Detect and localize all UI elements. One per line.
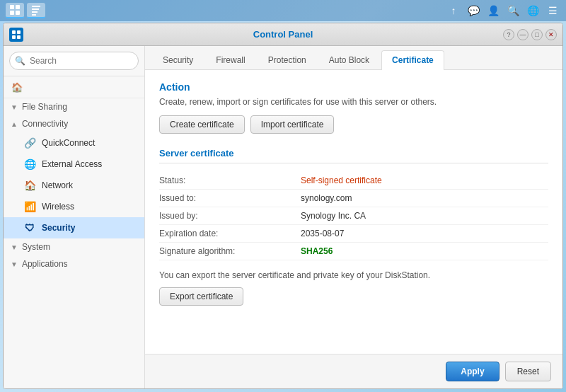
window-logo bbox=[9, 28, 23, 42]
network-icon: 🏠 bbox=[23, 179, 36, 192]
taskbar-right: ↑ 💬 👤 🔍 🌐 ☰ bbox=[446, 3, 560, 18]
svg-rect-1 bbox=[16, 5, 20, 9]
window-body: 🔍 🏠 ▼ File Sharing ▲ Connectivity bbox=[4, 46, 562, 388]
sidebar-item-label-wireless: Wireless bbox=[42, 202, 74, 212]
chat-icon[interactable]: 💬 bbox=[466, 3, 481, 18]
home-icon: 🏠 bbox=[11, 81, 23, 93]
tab-security[interactable]: Security bbox=[152, 50, 204, 69]
svg-rect-10 bbox=[12, 35, 16, 39]
reset-button[interactable]: Reset bbox=[505, 362, 551, 381]
svg-rect-4 bbox=[32, 6, 40, 7]
info-row-signature: Signature algorithm: SHA256 bbox=[159, 243, 548, 260]
expiration-label: Expiration date: bbox=[159, 229, 301, 238]
search-icon[interactable]: 🔍 bbox=[505, 3, 521, 18]
svg-rect-5 bbox=[32, 8, 39, 10]
server-certificate-title: Server certificate bbox=[159, 148, 548, 163]
signature-value: SHA256 bbox=[301, 246, 333, 256]
signature-label: Signature algorithm: bbox=[159, 246, 301, 256]
sidebar-home-item[interactable]: 🏠 bbox=[4, 76, 144, 98]
search-icon: 🔍 bbox=[15, 56, 25, 66]
export-note: You can export the server certificate an… bbox=[159, 270, 548, 280]
sidebar-item-label-external-access: External Access bbox=[42, 159, 102, 169]
import-certificate-button[interactable]: Import certificate bbox=[250, 115, 335, 134]
chevron-down-icon-apps: ▼ bbox=[11, 260, 18, 268]
tab-certificate[interactable]: Certificate bbox=[381, 50, 444, 70]
content-area: Action Create, renew, import or sign cer… bbox=[145, 70, 562, 354]
sidebar-item-security[interactable]: 🛡 Security bbox=[4, 217, 144, 238]
person-icon[interactable]: 👤 bbox=[485, 3, 501, 18]
quickconnect-icon: 🔗 bbox=[23, 137, 36, 149]
svg-rect-2 bbox=[10, 11, 14, 15]
sidebar-item-network[interactable]: 🏠 Network bbox=[4, 175, 144, 196]
sidebar-section-applications: ▼ Applications bbox=[4, 255, 144, 272]
action-buttons: Create certificate Import certificate bbox=[159, 115, 548, 134]
create-certificate-button[interactable]: Create certificate bbox=[159, 115, 245, 134]
sidebar-section-file-sharing: ▼ File Sharing bbox=[4, 98, 144, 115]
sidebar-item-label-security: Security bbox=[42, 223, 75, 233]
footer: Apply Reset bbox=[145, 354, 562, 388]
title-bar-controls: ? — □ ✕ bbox=[503, 29, 557, 40]
sidebar-item-quickconnect[interactable]: 🔗 QuickConnect bbox=[4, 132, 144, 154]
sidebar-section-connectivity: ▲ Connectivity 🔗 QuickConnect 🌐 External… bbox=[4, 115, 144, 238]
sidebar-section-header-connectivity[interactable]: ▲ Connectivity bbox=[4, 115, 144, 132]
globe-icon[interactable]: 🌐 bbox=[525, 3, 541, 18]
info-row-issued-by: Issued by: Synology Inc. CA bbox=[159, 207, 548, 225]
sidebar-section-label-file-sharing: File Sharing bbox=[22, 102, 67, 112]
external-access-icon: 🌐 bbox=[23, 158, 36, 171]
search-input[interactable] bbox=[9, 52, 139, 70]
help-button[interactable]: ? bbox=[503, 29, 514, 40]
taskbar-app-icon-2[interactable] bbox=[27, 3, 45, 18]
apply-button[interactable]: Apply bbox=[446, 362, 499, 381]
certificate-info-table: Status: Self-signed certificate Issued t… bbox=[159, 172, 548, 260]
tab-bar: Security Firewall Protection Auto Block … bbox=[145, 46, 562, 70]
main-content: Security Firewall Protection Auto Block … bbox=[145, 46, 562, 388]
control-panel-window: Control Panel ? — □ ✕ 🔍 🏠 bbox=[3, 23, 563, 389]
info-row-issued-to: Issued to: synology.com bbox=[159, 190, 548, 207]
sidebar-section-label-applications: Applications bbox=[22, 259, 68, 269]
svg-rect-3 bbox=[16, 11, 20, 15]
svg-rect-7 bbox=[32, 14, 36, 16]
sidebar: 🔍 🏠 ▼ File Sharing ▲ Connectivity bbox=[4, 46, 145, 388]
title-bar: Control Panel ? — □ ✕ bbox=[4, 23, 562, 46]
issued-to-value: synology.com bbox=[301, 193, 352, 203]
taskbar-left bbox=[6, 3, 45, 18]
sidebar-section-label-system: System bbox=[22, 242, 50, 252]
svg-rect-8 bbox=[12, 30, 16, 34]
upload-icon[interactable]: ↑ bbox=[446, 3, 461, 18]
security-icon: 🛡 bbox=[23, 221, 36, 234]
tab-firewall[interactable]: Firewall bbox=[205, 50, 255, 69]
action-title: Action bbox=[159, 81, 548, 93]
minimize-button[interactable]: — bbox=[517, 29, 529, 40]
taskbar: ↑ 💬 👤 🔍 🌐 ☰ bbox=[0, 0, 566, 21]
close-button[interactable]: ✕ bbox=[545, 29, 557, 40]
menu-icon[interactable]: ☰ bbox=[545, 3, 560, 18]
issued-by-value: Synology Inc. CA bbox=[301, 211, 366, 221]
sidebar-section-header-applications[interactable]: ▼ Applications bbox=[4, 255, 144, 272]
window-title: Control Panel bbox=[253, 29, 313, 40]
export-certificate-button[interactable]: Export certificate bbox=[159, 287, 243, 306]
sidebar-section-system: ▼ System bbox=[4, 238, 144, 255]
expiration-value: 2035-08-07 bbox=[301, 229, 344, 238]
svg-rect-9 bbox=[17, 30, 21, 34]
sidebar-section-header-system[interactable]: ▼ System bbox=[4, 238, 144, 255]
issued-to-label: Issued to: bbox=[159, 193, 301, 203]
sidebar-section-label-connectivity: Connectivity bbox=[22, 119, 68, 129]
taskbar-app-icon-1[interactable] bbox=[6, 3, 24, 18]
issued-by-label: Issued by: bbox=[159, 211, 301, 221]
wireless-icon: 📶 bbox=[23, 200, 36, 213]
info-row-expiration: Expiration date: 2035-08-07 bbox=[159, 225, 548, 243]
status-value: Self-signed certificate bbox=[301, 175, 382, 185]
sidebar-section-header-file-sharing[interactable]: ▼ File Sharing bbox=[4, 98, 144, 115]
chevron-down-icon-system: ▼ bbox=[11, 243, 18, 251]
sidebar-item-wireless[interactable]: 📶 Wireless bbox=[4, 196, 144, 217]
sidebar-item-label-network: Network bbox=[42, 180, 73, 190]
svg-rect-6 bbox=[32, 11, 37, 13]
action-description: Create, renew, import or sign certificat… bbox=[159, 97, 548, 107]
tab-auto-block[interactable]: Auto Block bbox=[318, 50, 380, 69]
info-row-status: Status: Self-signed certificate bbox=[159, 172, 548, 190]
sidebar-item-external-access[interactable]: 🌐 External Access bbox=[4, 154, 144, 175]
tab-protection[interactable]: Protection bbox=[258, 50, 317, 69]
chevron-down-icon: ▼ bbox=[11, 103, 18, 111]
sidebar-item-label-quickconnect: QuickConnect bbox=[42, 138, 95, 148]
maximize-button[interactable]: □ bbox=[531, 29, 543, 40]
